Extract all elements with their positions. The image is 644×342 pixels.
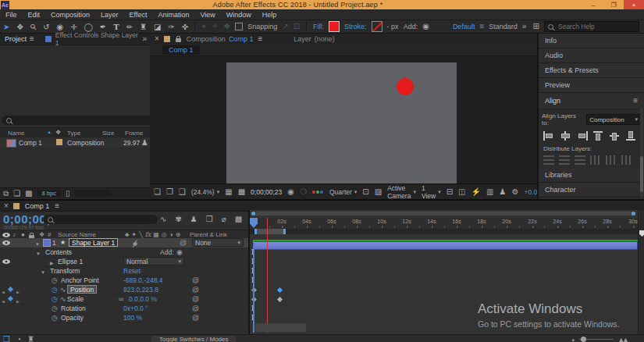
menu-item-animation[interactable]: Animation [152, 11, 194, 19]
selection-tool[interactable]: ➤ [3, 23, 9, 31]
keyframe-indicator-icon[interactable] [8, 296, 13, 301]
rotation-value[interactable]: 0x+0.0 ° [123, 305, 148, 312]
timeline-button-icon[interactable]: ▥ [486, 188, 493, 196]
new-folder-icon[interactable]: ❏ [13, 190, 20, 198]
panel-menu-icon[interactable]: ≡ [633, 97, 638, 105]
anchor-point-label[interactable]: Anchor Point [61, 276, 99, 284]
snap-target-icon[interactable]: ⊡ [294, 23, 300, 30]
timeline-search-input[interactable] [43, 215, 158, 224]
anchor-point-value[interactable]: -689.0,-248.4 [123, 276, 163, 284]
panel-header-info[interactable]: Info [539, 34, 644, 48]
position-value[interactable]: 923.0,223.8 [123, 286, 158, 294]
stroke-label[interactable]: Stroke: [344, 23, 367, 30]
position-keyframe-selected-icon[interactable] [277, 287, 283, 293]
zoom-out-icon[interactable]: ▲ [571, 337, 575, 342]
column-size[interactable]: Size [102, 130, 115, 137]
pickwhip-icon[interactable]: @ [192, 305, 199, 312]
number-column[interactable]: # [48, 231, 51, 238]
constrain-link-icon[interactable]: ∞ [119, 295, 123, 303]
fill-label[interactable]: Fill: [313, 23, 324, 30]
flowchart-icon[interactable]: ♟ [499, 188, 506, 196]
brush-tool[interactable]: ✏ [126, 23, 133, 31]
stopwatch-icon-active[interactable]: ◷ [52, 286, 58, 294]
exposure-value[interactable]: +0.0 [524, 188, 537, 196]
menu-item-layer[interactable]: Layer [95, 11, 124, 19]
menu-item-composition[interactable]: Composition [45, 11, 95, 19]
scale-keyframe-icon[interactable] [277, 297, 283, 302]
layer-mask-icon[interactable]: ╱ [133, 240, 137, 248]
snap-scale-icon[interactable]: ↗ [282, 23, 288, 30]
stopwatch-icon-active[interactable]: ◷ [52, 295, 58, 303]
shy-switch-icon[interactable]: ╲ [139, 231, 143, 238]
add-menu-icon[interactable]: ◉ [422, 23, 429, 30]
stopwatch-icon[interactable]: ◷ [52, 305, 58, 312]
resolution-select[interactable]: Quarter▾ [329, 188, 357, 196]
video-column-icon[interactable] [2, 233, 10, 237]
sort-arrow-icon[interactable]: ▲ [47, 130, 52, 134]
parent-link-column[interactable]: Parent & Link [190, 231, 227, 238]
quality-switch-icon[interactable]: ♣ [125, 231, 129, 238]
layer-color-chip[interactable] [43, 239, 51, 247]
column-name[interactable]: Name [8, 130, 24, 137]
workspace-selector[interactable]: Default [453, 23, 475, 30]
panel-header-character[interactable]: Character [539, 183, 644, 198]
menu-item-view[interactable]: View [194, 11, 220, 19]
lock-icon[interactable] [176, 38, 181, 42]
visibility-eye-icon[interactable] [2, 240, 10, 245]
pickwhip-icon[interactable]: @ [192, 295, 199, 303]
composition-viewport[interactable] [226, 62, 457, 183]
blend-mode-select[interactable]: Normal▾ [123, 257, 184, 265]
tab-project[interactable]: Project [5, 35, 27, 43]
contents-label[interactable]: Contents [45, 248, 72, 256]
align-right-button[interactable] [576, 131, 588, 141]
distribute-h-center-button[interactable] [606, 155, 617, 165]
stopwatch-icon[interactable]: ◷ [52, 314, 58, 322]
effects-switch-icon[interactable]: fx [145, 231, 151, 238]
mask-visibility-icon[interactable]: ▩ [238, 188, 245, 196]
snapshot-icon[interactable]: ◉ [287, 188, 294, 196]
roto-brush-tool[interactable]: ✑ [168, 23, 174, 31]
rotation-label[interactable]: Rotation [61, 305, 86, 312]
workspace-switcher-icon[interactable]: ⊞ [533, 23, 539, 30]
layer-duration-bar[interactable] [253, 241, 638, 250]
parent-select[interactable]: None▾ [192, 238, 244, 247]
menu-item-help[interactable]: Help [257, 11, 283, 19]
add-label[interactable]: Add: [404, 23, 418, 30]
panel-menu-icon[interactable]: ≡ [30, 35, 34, 43]
align-h-center-button[interactable] [560, 131, 571, 141]
add-menu-icon[interactable]: ◉ [176, 248, 183, 256]
transparency-grid-icon[interactable]: ▨ [375, 188, 382, 196]
tab-close-icon[interactable]: × [155, 35, 159, 43]
zoom-in-icon[interactable]: ▲▲ [617, 336, 627, 342]
graph-icon[interactable]: ∿ [60, 286, 66, 294]
shutter-icon[interactable]: ⊟ [447, 188, 453, 196]
mask-vertex-icon[interactable]: ✧ [212, 23, 218, 30]
panel-menu-icon[interactable]: ≡ [55, 202, 59, 210]
collapse-switch-icon[interactable]: ✦ [131, 231, 137, 238]
transform-label[interactable]: Transform [50, 267, 80, 275]
fast-previews-icon[interactable]: ⚡ [471, 188, 481, 196]
solo-column-icon[interactable]: ● [21, 231, 25, 238]
overflow-icon[interactable]: » [522, 23, 527, 30]
item-name[interactable]: Comp 1 [19, 139, 42, 147]
panel-header-align[interactable]: Align ≡ [539, 93, 644, 109]
project-search-input[interactable] [2, 116, 155, 125]
source-name-column[interactable]: Source Name [58, 231, 96, 238]
parent-pickwhip-icon[interactable]: @ [180, 239, 187, 247]
opacity-label[interactable]: Opacity [61, 314, 84, 322]
time-ruler[interactable]: 02s04s06s08s10s12s14s16s18s20s22s24s26s2… [250, 218, 638, 230]
distribute-bottom-button[interactable] [575, 155, 585, 165]
hand-tool[interactable]: ✥ [16, 23, 23, 31]
menu-item-window[interactable]: Window [221, 11, 257, 19]
menu-item-effect[interactable]: Effect [124, 11, 153, 19]
scale-label[interactable]: Scale [67, 295, 84, 303]
always-preview-icon[interactable]: ❏ [154, 188, 161, 196]
align-left-button[interactable] [543, 131, 555, 141]
tab-effect-controls[interactable]: Effect Controls Shape Layer 1 [55, 31, 143, 47]
pickwhip-icon[interactable]: @ [192, 286, 199, 294]
overflow-icon[interactable]: » [142, 35, 147, 43]
sidebar-scrollbar[interactable] [640, 108, 643, 198]
fill-color-swatch[interactable] [329, 21, 340, 32]
show-channel-icon[interactable] [312, 191, 324, 194]
transform-reset-link[interactable]: Reset [123, 267, 141, 275]
